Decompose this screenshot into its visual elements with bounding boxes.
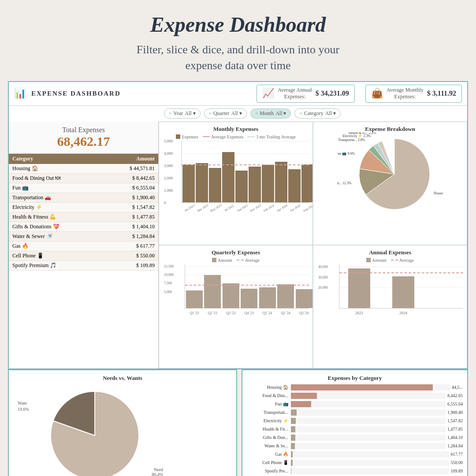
- svg-text:Transportat... 2.8%: Transportat... 2.8%: [338, 138, 365, 142]
- month-filter[interactable]: ≡ Month All ▾: [250, 108, 291, 119]
- avg-monthly-icon: 👜: [371, 88, 383, 99]
- cat-bar-row: Fun 📺 6,555.04: [247, 401, 463, 407]
- table-row: Spotify Premium 🎵$ 109.89: [9, 260, 158, 270]
- avg-annual-card: 📈 Average AnnualExpenses: $ 34,231.09: [257, 85, 354, 103]
- cat-bar-row: Health & Fit... 1,477.85: [247, 426, 463, 432]
- avg-monthly-card: 👜 Average MonthlyExpenses: $ 3,111.92: [365, 85, 462, 103]
- monthly-chart-title: Monthly Expenses: [163, 126, 309, 133]
- dashboard-body: Total Expenses 68,462.17 Category Amount…: [9, 122, 467, 368]
- table-row: Gas 🔥$ 617.77: [9, 241, 158, 251]
- filter-row: ≡ Year All ▾ ≡ Quarter All ▾ ≡ Month All…: [159, 106, 467, 122]
- table-row: Cell Phone 📱$ 550.00: [9, 251, 158, 260]
- cat-bar-row: Gifts & Don... 1,404.10: [247, 435, 463, 441]
- annual-title: Annual Expenses: [317, 249, 463, 256]
- avg-annual-icon: 📈: [262, 88, 274, 99]
- expenses-by-category-panel: Expenses by Category Housing 🏠 44,5... F…: [242, 369, 468, 476]
- svg-text:Fun 📺 9.6%: Fun 📺 9.6%: [337, 151, 355, 156]
- need-label: Need80.4%: [152, 467, 163, 476]
- left-panel: Total Expenses 68,462.17 Category Amount…: [9, 122, 159, 368]
- total-label: Total Expenses: [13, 126, 154, 134]
- filter-icon: ≡: [255, 111, 258, 116]
- page-header: Expense Dashboard: [0, 0, 476, 40]
- needs-wants-title: Needs vs. Wants: [13, 375, 232, 382]
- expenses-table: Category Amount Housing 🏠$ 44,571.81Food…: [9, 154, 158, 271]
- cat-bar-row: Food & Dini... 8,442.65: [247, 393, 463, 399]
- filter-icon: ≡: [209, 111, 212, 116]
- cat-bar-row: Housing 🏠 44,5...: [247, 384, 463, 390]
- cat-bar-row: Transportati... 1,900.40: [247, 409, 463, 416]
- dashboard-container: 📊 EXPENSE DASHBOARD 📈 Average AnnualExpe…: [8, 81, 468, 369]
- breakdown-title: Expense Breakdown: [317, 126, 463, 133]
- quarter-filter[interactable]: ≡ Quarter All ▾: [204, 108, 247, 119]
- cat-bar-row: Cell Phone 📱 550.00: [247, 460, 463, 466]
- avg-annual-value: $ 34,231.09: [316, 89, 349, 97]
- avg-annual-label: Average AnnualExpenses:: [278, 87, 312, 100]
- filter-icon: ≡: [169, 111, 171, 116]
- category-filter[interactable]: ≡ Category All ▾: [294, 108, 341, 119]
- table-row: Water & Sewer 🚿$ 1,284.84: [9, 231, 158, 241]
- total-expenses-box: Total Expenses 68,462.17: [9, 122, 158, 154]
- annual-chart-panel: Annual Expenses Amount Average 40,00030,…: [313, 245, 467, 368]
- cat-bar-row: Electricity ⚡ 1,547.82: [247, 418, 463, 424]
- cat-bar-row: Water & Se... 1,284.84: [247, 443, 463, 449]
- table-row: Electricity ⚡$ 1,547.82: [9, 202, 158, 212]
- table-row: Housing 🏠$ 44,571.81: [9, 164, 158, 174]
- quarterly-chart-panel: Quarterly Expenses Amount Average 12,500…: [159, 245, 313, 368]
- svg-text:Food & Dini... 12.3%: Food & Dini... 12.3%: [337, 181, 352, 185]
- avg-monthly-value: $ 3,111.92: [427, 89, 456, 97]
- col-amount: Amount: [103, 154, 158, 164]
- page-title: Expense Dashboard: [0, 12, 476, 37]
- bar-chart-icon: 📊: [14, 88, 26, 99]
- table-row: Fun 📺$ 6,555.04: [9, 183, 158, 193]
- dashboard-header: 📊 EXPENSE DASHBOARD 📈 Average AnnualExpe…: [9, 82, 467, 106]
- right-panels: Monthly Expenses Expenses Average Expens…: [159, 122, 467, 368]
- annual-legend: Amount Average: [317, 258, 463, 263]
- cat-bar-row: Spotify Pre... 109.89: [247, 468, 463, 474]
- filter-icon: ≡: [299, 111, 302, 116]
- table-row: Food & Dining Out 🍽$ 8,442.65: [9, 173, 158, 183]
- table-row: Health & Fitness 💪$ 1,477.85: [9, 212, 158, 222]
- year-filter[interactable]: ≡ Year All ▾: [164, 108, 201, 119]
- col-category: Category: [9, 154, 103, 164]
- page-subtitle: Filter, slice & dice, and drill-down int…: [0, 40, 476, 81]
- needs-wants-panel: Needs vs. Wants Want19.6% Need80.4%: [8, 369, 237, 476]
- total-amount: 68,462.17: [13, 134, 154, 149]
- monthly-legend: Expenses Average Expenses 3 mo Trailing …: [163, 134, 309, 139]
- table-row: Transportation 🚗$ 1,900.40: [9, 193, 158, 202]
- breakdown-chart-panel: Expense Breakdown Housing 🏠 65.1%Food & …: [313, 122, 467, 245]
- cat-bar-row: Gas 🔥 617.77: [247, 451, 463, 457]
- table-row: Gifts & Donations 💝$ 1,404.10: [9, 222, 158, 231]
- quarterly-legend: Amount Average: [163, 258, 309, 263]
- quarterly-title: Quarterly Expenses: [163, 249, 309, 256]
- dashboard-title: EXPENSE DASHBOARD: [31, 90, 121, 97]
- monthly-chart-panel: Monthly Expenses Expenses Average Expens…: [159, 122, 313, 245]
- svg-text:Health & Fi... 2.2%: Health & Fi... 2.2%: [349, 132, 376, 135]
- bottom-panels: Needs vs. Wants Want19.6% Need80.4% Expe…: [8, 369, 468, 476]
- svg-text:Housing 🏠 65.1%: Housing 🏠 65.1%: [434, 191, 443, 195]
- expenses-by-cat-title: Expenses by Category: [247, 375, 463, 382]
- avg-monthly-label: Average MonthlyExpenses:: [387, 87, 424, 100]
- want-label: Want19.6%: [18, 401, 29, 412]
